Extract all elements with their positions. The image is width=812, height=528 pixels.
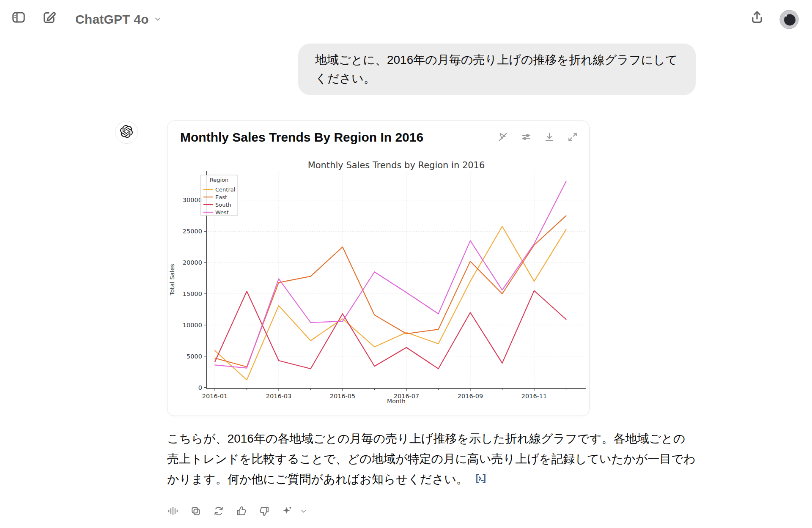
read-aloud-button[interactable] bbox=[165, 504, 181, 519]
legend-label-east: East bbox=[215, 194, 227, 200]
expand-chart-button[interactable] bbox=[565, 130, 580, 145]
y-tick-label: 0 bbox=[198, 384, 202, 391]
message-actions bbox=[165, 504, 309, 519]
y-tick-label: 10000 bbox=[183, 322, 202, 328]
model-switcher[interactable]: ChatGPT 4o bbox=[75, 10, 162, 29]
y-tick-label: 20000 bbox=[183, 259, 202, 266]
x-tick-label: 2016-05 bbox=[330, 393, 356, 399]
account-button[interactable] bbox=[779, 10, 799, 29]
openai-logo-icon bbox=[120, 125, 133, 140]
new-chat-icon bbox=[41, 10, 57, 26]
chart-card: 2016-012016-032016-052016-072016-092016-… bbox=[167, 120, 590, 416]
legend-label-central: Central bbox=[215, 186, 235, 193]
series-line-south bbox=[215, 291, 566, 369]
thumbs-down-icon bbox=[258, 505, 270, 518]
copy-icon bbox=[190, 505, 202, 518]
y-tick-label: 15000 bbox=[183, 290, 202, 297]
chart-card-title: Monthly Sales Trends By Region In 2016 bbox=[180, 130, 423, 145]
user-message-bubble: 地域ごとに、2016年の月毎の売り上げの推移を折れ線グラフにしてください。 bbox=[298, 44, 696, 95]
thumbs-up-button[interactable] bbox=[234, 504, 249, 519]
model-label: ChatGPT 4o bbox=[75, 12, 149, 27]
sparkle-icon bbox=[281, 505, 293, 518]
copy-button[interactable] bbox=[188, 504, 203, 519]
download-chart-button[interactable] bbox=[542, 130, 557, 145]
user-avatar bbox=[779, 24, 799, 30]
thumbs-down-button[interactable] bbox=[257, 504, 272, 519]
chevron-down-icon bbox=[153, 14, 162, 25]
thumbs-up-icon bbox=[236, 505, 247, 518]
view-analysis-chip[interactable] bbox=[474, 472, 488, 487]
chevron-down-icon bbox=[299, 506, 308, 517]
y-tick-label: 30000 bbox=[183, 197, 202, 203]
code-terminal-icon bbox=[474, 480, 488, 487]
series-line-east bbox=[215, 216, 566, 367]
y-tick-label: 25000 bbox=[183, 228, 202, 235]
model-badge-button[interactable] bbox=[280, 504, 295, 519]
chatgpt-app: ChatGPT 4o 地域ごとに、2016年の月毎の売り bbox=[0, 0, 812, 528]
figure: 2016-012016-032016-052016-072016-092016-… bbox=[167, 121, 589, 416]
legend-label-south: South bbox=[215, 202, 231, 208]
static-chart-button[interactable] bbox=[496, 130, 510, 145]
share-button[interactable] bbox=[748, 8, 766, 27]
figure-title: Monthly Sales Trends by Region in 2016 bbox=[308, 160, 485, 170]
legend-label-west: West bbox=[215, 209, 229, 216]
x-tick-label: 2016-03 bbox=[266, 393, 292, 399]
legend-title: Region bbox=[210, 177, 229, 183]
static-chart-icon bbox=[497, 131, 509, 144]
sidebar-toggle-icon bbox=[11, 10, 26, 26]
chart-settings-icon bbox=[520, 131, 532, 144]
regenerate-button[interactable] bbox=[211, 504, 226, 519]
assistant-message: こちらが、2016年の各地域ごとの月毎の売り上げ推移を示した折れ線グラフです。各… bbox=[167, 429, 696, 490]
sidebar-toggle-button[interactable] bbox=[9, 8, 28, 27]
assistant-message-text: こちらが、2016年の各地域ごとの月毎の売り上げ推移を示した折れ線グラフです。各… bbox=[167, 432, 696, 486]
x-axis-label: Month bbox=[387, 398, 406, 405]
share-icon bbox=[749, 9, 765, 27]
new-chat-button[interactable] bbox=[40, 8, 58, 27]
y-axis-label: Total Sales bbox=[169, 264, 176, 295]
chart-settings-button[interactable] bbox=[519, 130, 533, 145]
download-icon bbox=[543, 131, 555, 144]
read-aloud-icon bbox=[167, 505, 179, 518]
x-tick-label: 2016-01 bbox=[202, 393, 228, 399]
chart-toolbar bbox=[496, 130, 580, 145]
y-tick-label: 5000 bbox=[187, 353, 202, 360]
x-tick-label: 2016-11 bbox=[521, 393, 547, 399]
expand-icon bbox=[567, 131, 579, 144]
assistant-avatar bbox=[115, 121, 138, 144]
regenerate-icon bbox=[213, 505, 225, 518]
more-models-button[interactable] bbox=[298, 504, 309, 519]
x-tick-label: 2016-09 bbox=[458, 393, 483, 399]
user-message-text: 地域ごとに、2016年の月毎の売り上げの推移を折れ線グラフにしてください。 bbox=[315, 53, 678, 85]
